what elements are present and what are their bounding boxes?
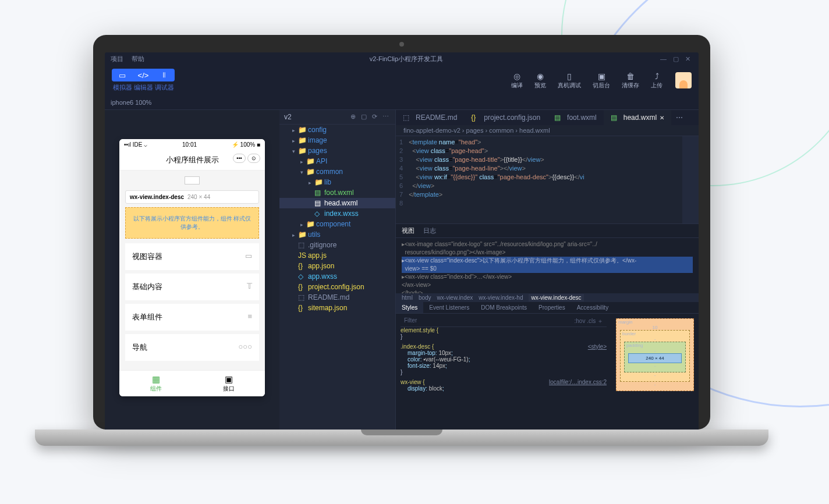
- file-tree-item[interactable]: ⬚README.md: [279, 292, 395, 303]
- menu-help[interactable]: 帮助: [132, 55, 144, 63]
- highlighted-element[interactable]: 以下将展示小程序官方组件能力，组件 样式仅供参考。: [125, 207, 259, 239]
- editor-panel: ⬚README.md{}project.config.json▤foot.wxm…: [396, 110, 699, 430]
- upload-icon: ⤴: [651, 72, 663, 81]
- capsule-close-button[interactable]: ⊙: [247, 154, 260, 163]
- inspect-tooltip: wx-view.index-desc240 × 44: [125, 190, 259, 204]
- compile-button[interactable]: ◎编译: [511, 72, 523, 90]
- file-tree-item[interactable]: ▸📁component: [279, 219, 395, 229]
- breadcrumb[interactable]: fino-applet-demo-v2›pages›common›head.wx…: [396, 125, 699, 136]
- styles-filter[interactable]: Filter: [404, 317, 417, 325]
- laptop-frame: 项目 帮助 v2-FinClip小程序开发工具 — ▢ ✕ ▭ </> ⫴ 模拟…: [93, 35, 710, 446]
- mode-label: 调试器: [154, 83, 175, 92]
- trash-icon: 🗑: [622, 72, 639, 81]
- eye-icon: ◉: [534, 72, 546, 81]
- chip-icon: ▣: [196, 374, 261, 385]
- explorer-actions[interactable]: ⊕ ▢ ⟳ ⋯: [350, 113, 391, 121]
- file-tree-item[interactable]: {}project.config.json: [279, 282, 395, 292]
- file-tree-item[interactable]: ▸📁API: [279, 156, 395, 166]
- editor-tabs: ⬚README.md{}project.config.json▤foot.wxm…: [396, 110, 699, 125]
- file-tree-item[interactable]: {}app.json: [279, 261, 395, 271]
- editor-tab[interactable]: ▤foot.wxml: [547, 110, 604, 125]
- grid-icon: ▦: [123, 374, 189, 385]
- webcam-icon: [399, 42, 404, 47]
- phone-icon: ▯: [558, 72, 581, 81]
- devtools-panel: 视图 日志 ▸<wx-image class="index-logo" src=…: [396, 223, 699, 430]
- project-root[interactable]: v2: [284, 113, 292, 121]
- menubar: 项目 帮助 v2-FinClip小程序开发工具 — ▢ ✕: [105, 52, 699, 65]
- mode-simulator-button[interactable]: ▭: [112, 69, 133, 81]
- editor-tab[interactable]: ⬚README.md: [396, 110, 464, 125]
- phone-preview: ••ıl IDE ⌵10:01⚡ 100% ■ 小程序组件展示 ••• ⊙ wx…: [119, 139, 265, 396]
- editor-tab[interactable]: ▤head.wxml ✕: [604, 110, 671, 125]
- preview-button[interactable]: ◉预览: [534, 72, 546, 90]
- file-tree-item[interactable]: ▾📁pages: [279, 145, 395, 156]
- background-button[interactable]: ▣切后台: [593, 72, 610, 90]
- clear-cache-button[interactable]: 🗑清缓存: [622, 72, 639, 90]
- compile-icon: ◎: [511, 72, 523, 81]
- logo-placeholder: [185, 176, 200, 184]
- file-tree-item[interactable]: ◇app.wxss: [279, 271, 395, 282]
- file-tree-item[interactable]: ▤head.wxml: [279, 198, 395, 208]
- list-item[interactable]: 表单组件≡: [125, 304, 259, 331]
- list-item[interactable]: 导航○○○: [125, 334, 259, 361]
- list-item[interactable]: 基础内容𝕋: [125, 274, 259, 300]
- remote-debug-button[interactable]: ▯真机调试: [558, 72, 581, 90]
- file-tree-item[interactable]: ▸📁utils: [279, 229, 395, 240]
- devtools-tabs: 视图 日志: [396, 224, 699, 238]
- file-tree-item[interactable]: ▸📁config: [279, 125, 395, 135]
- capsule-menu-button[interactable]: •••: [233, 154, 246, 163]
- mode-label: 编辑器: [133, 83, 154, 92]
- file-explorer: v2 ⊕ ▢ ⟳ ⋯ ▸📁config▸📁image▾📁pages▸📁API▾📁…: [279, 110, 396, 430]
- file-tree-item[interactable]: ▸📁lib: [279, 177, 395, 187]
- tab-component[interactable]: ▦组件: [119, 371, 192, 396]
- file-tree-item[interactable]: ▸📁image: [279, 135, 395, 145]
- list-item[interactable]: 视图容器▭: [125, 243, 259, 270]
- elements-tree[interactable]: ▸<wx-image class="index-logo" src="../re…: [396, 238, 699, 293]
- file-tree-item[interactable]: {}sitemap.json: [279, 303, 395, 313]
- page-title: 小程序组件展示: [166, 155, 219, 164]
- ide-window: 项目 帮助 v2-FinClip小程序开发工具 — ▢ ✕ ▭ </> ⫴ 模拟…: [105, 52, 699, 430]
- file-tree-item[interactable]: ⬚.gitignore: [279, 240, 395, 250]
- tab-dom-breakpoints[interactable]: DOM Breakpoints: [475, 302, 533, 313]
- toolbar: ▭ </> ⫴ 模拟器 编辑器 调试器 ◎编译 ◉预览 ▯真机调试 ▣切后台 🗑…: [105, 65, 699, 98]
- switch-icon: ▣: [593, 72, 610, 81]
- code-content[interactable]: <template name="head"> <view class="page…: [409, 136, 682, 223]
- tab-log[interactable]: 日志: [423, 227, 436, 234]
- mode-debugger-button[interactable]: ⫴: [154, 69, 175, 81]
- box-model[interactable]: margin10 border- padding- 240 × 44 - - -: [611, 314, 699, 430]
- file-tree-item[interactable]: JSapp.js: [279, 250, 395, 261]
- file-tree-item[interactable]: ▤foot.wxml: [279, 187, 395, 198]
- simulator-panel: ••ıl IDE ⌵10:01⚡ 100% ■ 小程序组件展示 ••• ⊙ wx…: [105, 110, 279, 430]
- phone-statusbar: ••ıl IDE ⌵10:01⚡ 100% ■: [119, 139, 265, 150]
- minimap[interactable]: [682, 136, 699, 223]
- device-info[interactable]: iphone6 100%: [105, 98, 699, 110]
- editor-tab[interactable]: {}project.config.json: [464, 110, 547, 125]
- file-tree-item[interactable]: ◇index.wxss: [279, 208, 395, 219]
- upload-button[interactable]: ⤴上传: [651, 72, 663, 90]
- tab-view[interactable]: 视图: [402, 227, 414, 234]
- window-title: v2-FinClip小程序开发工具: [153, 55, 660, 63]
- tab-event-listeners[interactable]: Event Listeners: [423, 302, 475, 313]
- file-tree-item[interactable]: ▾📁common: [279, 166, 395, 177]
- avatar[interactable]: [675, 72, 692, 88]
- tab-overflow-button[interactable]: ⋯: [671, 110, 688, 125]
- phone-tabbar: ▦组件 ▣接口: [119, 370, 265, 396]
- elements-breadcrumb[interactable]: htmlbodywx-view.indexwx-view.index-hdwx-…: [396, 293, 699, 302]
- styles-toggles[interactable]: :hov .cls ＋: [575, 317, 603, 325]
- styles-rules[interactable]: Filter:hov .cls ＋ element.style {} <styl…: [396, 314, 611, 430]
- window-controls[interactable]: — ▢ ✕: [660, 55, 693, 63]
- tab-styles[interactable]: Styles: [396, 302, 423, 313]
- mode-label: 模拟器: [112, 83, 133, 92]
- tab-properties[interactable]: Properties: [533, 302, 571, 313]
- styles-tabrow: Styles Event Listeners DOM Breakpoints P…: [396, 302, 699, 314]
- code-editor[interactable]: 12345678 <template name="head"> <view cl…: [396, 136, 699, 223]
- tab-accessibility[interactable]: Accessibility: [571, 302, 614, 313]
- phone-navbar: 小程序组件展示 ••• ⊙: [119, 150, 265, 171]
- mode-editor-button[interactable]: </>: [133, 69, 154, 81]
- tab-api[interactable]: ▣接口: [192, 371, 265, 396]
- menu-project[interactable]: 项目: [111, 55, 123, 63]
